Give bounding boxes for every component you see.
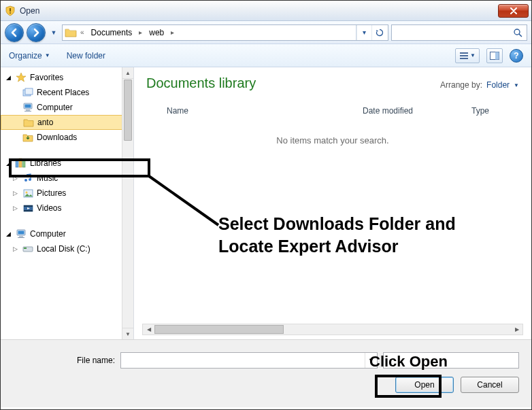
scrollbar-thumb[interactable] [154, 325, 284, 334]
tree-label: Libraries [30, 158, 61, 168]
svg-rect-23 [24, 210, 33, 211]
tree-label: Local Disk (C:) [37, 244, 90, 254]
svg-rect-7 [495, 52, 499, 59]
recent-places-icon [22, 87, 34, 98]
scroll-up-icon[interactable]: ▲ [122, 67, 133, 79]
cancel-button[interactable]: Cancel [461, 377, 519, 393]
svg-rect-16 [22, 160, 25, 167]
computer-icon [15, 228, 27, 239]
svg-rect-4 [460, 55, 468, 56]
scrollbar-thumb[interactable] [124, 80, 132, 141]
arrange-by[interactable]: Arrange by: Folder ▼ [440, 80, 519, 90]
svg-rect-12 [26, 109, 30, 111]
help-button[interactable]: ? [510, 49, 523, 63]
expand-icon[interactable]: ▷ [12, 245, 19, 252]
collapse-icon[interactable]: ◢ [5, 160, 12, 167]
music-icon [22, 173, 34, 184]
organize-label: Organize [9, 51, 42, 61]
breadcrumb-web[interactable]: web [145, 25, 168, 40]
arrange-by-value[interactable]: Folder [486, 80, 510, 90]
close-icon [510, 7, 518, 14]
tree-item-computer[interactable]: Computer [1, 100, 122, 115]
breadcrumb-prefix[interactable]: « [78, 29, 87, 36]
svg-rect-22 [24, 205, 33, 207]
folder-icon [64, 27, 78, 39]
new-folder-label: New folder [67, 51, 105, 61]
tree-item-local-disk[interactable]: ▷ Local Disk (C:) [1, 241, 122, 256]
tree-scrollbar[interactable]: ▲ ▼ [122, 67, 133, 339]
chevron-right-icon[interactable]: ▸ [136, 29, 145, 36]
library-title: Documents library [146, 75, 256, 91]
computer-icon [22, 102, 34, 113]
chevron-down-icon: ▼ [470, 52, 476, 58]
forward-button[interactable] [27, 23, 46, 42]
svg-point-18 [29, 178, 31, 181]
tree-label: Pictures [37, 188, 66, 198]
new-folder-button[interactable]: New folder [67, 51, 105, 61]
svg-rect-9 [25, 88, 33, 95]
address-bar[interactable]: « Documents ▸ web ▸ ▾ [62, 24, 388, 41]
footer: File name: ▼ Open Cancel [1, 339, 531, 407]
open-button[interactable]: Open [395, 377, 454, 393]
column-type[interactable]: Type [471, 106, 519, 116]
file-name-label: File name: [13, 356, 115, 365]
svg-rect-1 [10, 12, 11, 14]
annotation-main-text: Select Downloads Folder and Locate Exper… [218, 213, 463, 257]
column-headers[interactable]: Name Date modified Type [146, 106, 519, 116]
preview-pane-button[interactable] [486, 48, 503, 63]
address-dropdown[interactable]: ▾ [356, 25, 371, 40]
tree-item-videos[interactable]: ▷ Videos [1, 201, 122, 216]
scroll-left-icon[interactable]: ◀ [143, 324, 154, 335]
svg-rect-14 [16, 160, 18, 167]
cancel-button-label: Cancel [477, 380, 502, 390]
tree-computer-header[interactable]: ◢ Computer [1, 226, 122, 241]
scroll-right-icon[interactable]: ▶ [511, 324, 522, 335]
breadcrumb-documents[interactable]: Documents [87, 25, 137, 40]
tree-item-anto[interactable]: anto [1, 115, 122, 130]
drive-icon [22, 243, 34, 254]
tree-label: Downloads [37, 133, 77, 142]
back-button[interactable] [5, 23, 24, 42]
refresh-button[interactable] [371, 25, 386, 40]
refresh-icon [376, 29, 384, 37]
tree-item-recent-places[interactable]: Recent Places [1, 85, 122, 100]
search-input[interactable] [395, 27, 513, 38]
tree-item-pictures[interactable]: ▷ Pictures [1, 186, 122, 201]
organize-button[interactable]: Organize ▼ [9, 51, 50, 61]
downloads-folder-icon [22, 132, 34, 143]
open-button-label: Open [414, 380, 434, 390]
chevron-right-icon[interactable]: ▸ [168, 29, 177, 36]
collapse-icon[interactable]: ◢ [5, 230, 12, 237]
expand-icon[interactable]: ▷ [12, 175, 19, 182]
svg-rect-25 [18, 231, 24, 235]
tree-libraries-header[interactable]: ◢ Libraries [1, 156, 122, 171]
tree-item-downloads[interactable]: Downloads [1, 130, 122, 145]
column-name[interactable]: Name [146, 106, 363, 116]
nav-history-dropdown[interactable]: ▼ [48, 25, 59, 40]
svg-rect-5 [460, 58, 468, 59]
tree-label: Computer [30, 229, 66, 239]
folder-icon [22, 117, 35, 128]
svg-rect-3 [460, 52, 468, 54]
libraries-icon [15, 158, 27, 169]
expand-icon[interactable]: ▷ [12, 205, 19, 211]
file-name-combo[interactable]: ▼ [120, 352, 378, 369]
arrow-right-icon [31, 28, 41, 37]
scroll-down-icon[interactable]: ▼ [122, 328, 133, 339]
column-date[interactable]: Date modified [363, 106, 471, 116]
close-button[interactable] [498, 4, 529, 18]
expand-icon[interactable]: ▷ [12, 190, 19, 197]
file-name-input[interactable] [121, 356, 365, 365]
arrange-by-label: Arrange by: [440, 80, 482, 90]
svg-rect-13 [24, 111, 31, 112]
chevron-down-icon: ▼ [45, 52, 50, 58]
tree-label: Recent Places [37, 88, 89, 97]
tree-item-music[interactable]: ▷ Music [1, 171, 122, 186]
chevron-down-icon: ▼ [514, 82, 519, 88]
search-icon[interactable] [513, 28, 524, 37]
content-h-scrollbar[interactable]: ◀ ▶ [142, 324, 523, 335]
view-mode-button[interactable]: ▼ [455, 48, 480, 63]
search-box[interactable] [391, 24, 527, 41]
collapse-icon[interactable]: ◢ [5, 74, 12, 81]
tree-favorites-header[interactable]: ◢ Favorites [1, 70, 122, 85]
